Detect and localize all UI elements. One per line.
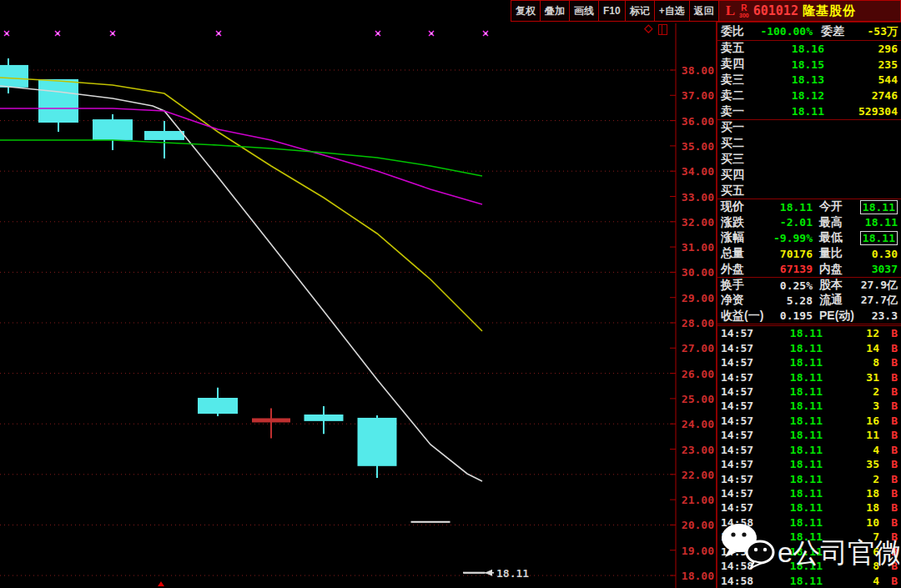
tick-direction: B xyxy=(879,516,898,529)
bid-row[interactable]: 买一 xyxy=(717,120,901,136)
tick-price: 18.11 xyxy=(759,327,823,339)
price-axis-label: 24.00 xyxy=(681,418,714,430)
tick-volume: 7 xyxy=(823,530,879,543)
info-label: 今开 xyxy=(813,199,856,214)
price-axis-label: 30.00 xyxy=(681,266,714,279)
tick-row: 14:5718.1111B xyxy=(717,428,901,442)
ask-volume: 296 xyxy=(824,43,898,55)
info-label: 涨跌 xyxy=(721,215,756,230)
diamond-icon[interactable]: ◇ xyxy=(644,22,652,34)
info-value: -9.99% xyxy=(756,232,813,244)
tick-time: 14:57 xyxy=(721,501,759,514)
candle-body xyxy=(198,398,238,414)
ask-price: 18.12 xyxy=(756,89,824,102)
tick-row: 14:5718.112B xyxy=(717,384,901,399)
tick-volume: 3 xyxy=(823,400,879,412)
tick-time: 14:57 xyxy=(721,327,759,339)
ask-row[interactable]: 卖四18.15235 xyxy=(717,57,901,73)
toolbar: 复权叠加画线F10标记+自选返回 L R 300 601012 隆基股份 xyxy=(0,0,901,22)
tick-time: 14:57 xyxy=(721,444,759,456)
tick-volume: 8 xyxy=(823,356,879,369)
ask-label: 卖三 xyxy=(721,73,756,88)
toolbar-button[interactable]: 标记 xyxy=(625,0,655,22)
tick-volume: 8 xyxy=(823,560,879,572)
bid-row[interactable]: 买五 xyxy=(717,183,901,199)
price-tag-text: 18.11 xyxy=(496,567,529,580)
ask-price: 18.16 xyxy=(756,43,824,55)
tick-time: 14:57 xyxy=(721,415,759,427)
ask-price: 18.11 xyxy=(756,105,824,118)
price-axis-label: 35.00 xyxy=(681,140,714,153)
tick-direction: B xyxy=(879,429,898,441)
price-axis-label: 26.00 xyxy=(681,368,714,380)
tick-price: 18.11 xyxy=(759,545,823,558)
price-axis-label: 29.00 xyxy=(681,292,714,304)
price-axis-label: 25.00 xyxy=(681,393,714,405)
tick-time: 14:58 xyxy=(721,575,759,587)
tick-row: 14:5818.116B xyxy=(717,545,901,559)
price-axis-label: 19.00 xyxy=(681,545,714,557)
candle-doji-body xyxy=(252,418,290,422)
info-value: -2.01 xyxy=(756,216,813,229)
price-axis-label: 22.00 xyxy=(681,469,714,481)
bid-row[interactable]: 买三 xyxy=(717,152,901,168)
tick-direction: B xyxy=(879,371,898,384)
info-label: 现价 xyxy=(721,199,756,214)
price-axis-label: 34.00 xyxy=(681,165,714,178)
ask-volume: 529304 xyxy=(824,105,898,118)
margin-trading-badge: L xyxy=(726,3,735,19)
toolbar-button[interactable]: +自选 xyxy=(654,0,690,22)
fundamental-info: 换手0.25%股本27.9亿净资5.28流通27.7亿收益(一)0.195PE(… xyxy=(717,278,901,326)
ask-label: 卖五 xyxy=(721,41,756,56)
ask-row[interactable]: 卖三18.13544 xyxy=(717,73,901,88)
weibi-label: 委比 xyxy=(721,24,754,39)
toolbar-button[interactable]: 叠加 xyxy=(540,0,570,22)
tick-volume: 35 xyxy=(823,458,879,470)
tick-row: 14:5718.1131B xyxy=(717,369,901,384)
tick-time: 14:58 xyxy=(721,530,759,543)
toolbar-button[interactable]: 复权 xyxy=(511,0,541,22)
info-value: 18.11 xyxy=(865,216,898,229)
tick-direction: B xyxy=(879,560,898,572)
price-tag-arrow-icon xyxy=(485,570,492,576)
bid-label: 买四 xyxy=(721,168,756,183)
bid-row[interactable]: 买二 xyxy=(717,136,901,152)
tick-time: 14:57 xyxy=(721,473,759,485)
page-layout-icon[interactable] xyxy=(658,24,667,35)
tick-volume: 2 xyxy=(823,473,879,485)
event-marker-dot xyxy=(112,33,114,35)
candle-body xyxy=(144,131,184,140)
ask-row[interactable]: 卖二18.122746 xyxy=(717,88,901,103)
info-value: 18.11 xyxy=(756,201,813,214)
fundamental-row: 净资5.28流通27.7亿 xyxy=(717,293,901,308)
tick-volume: 18 xyxy=(823,501,879,514)
kline-plot[interactable]: 18.11 xyxy=(0,0,716,588)
bid-label: 买二 xyxy=(721,136,756,151)
weicha-value: -53万 xyxy=(856,24,898,39)
candle-body xyxy=(358,418,397,466)
tick-price: 18.11 xyxy=(759,560,823,572)
fund-value: 27.7亿 xyxy=(861,293,898,308)
ask-label: 卖一 xyxy=(721,104,756,119)
kline-chart[interactable]: 18.11 38.0037.0036.0035.0034.0033.0032.0… xyxy=(0,0,716,588)
ask-row[interactable]: 卖五18.16296 xyxy=(717,41,901,57)
quote-info: 现价18.11今开18.11涨跌-2.01最高18.11涨幅-9.99%最低18… xyxy=(717,199,901,278)
info-label: 最高 xyxy=(813,215,856,230)
bid-row[interactable]: 买四 xyxy=(717,167,901,183)
tick-price: 18.11 xyxy=(759,371,823,384)
tick-direction: B xyxy=(879,458,898,470)
price-axis-label: 27.00 xyxy=(681,342,714,354)
toolbar-button[interactable]: F10 xyxy=(598,0,626,22)
event-marker-dot xyxy=(218,33,220,35)
toolbar-button[interactable]: 返回 xyxy=(689,0,719,22)
toolbar-button[interactable]: 画线 xyxy=(569,0,599,22)
ask-row[interactable]: 卖一18.11529304 xyxy=(717,103,901,119)
fund-value: 0.195 xyxy=(756,309,813,322)
info-value: 3037 xyxy=(872,263,898,275)
tick-row: 14:5818.1110B xyxy=(717,515,901,530)
tick-volume: 11 xyxy=(823,429,879,441)
tick-list[interactable]: 14:5718.1112B14:5718.1114B14:5718.118B14… xyxy=(717,326,901,588)
ask-levels: 卖五18.16296卖四18.15235卖三18.13544卖二18.12274… xyxy=(717,41,901,120)
event-marker-dot xyxy=(377,33,380,35)
toolbar-spacer xyxy=(0,0,511,22)
